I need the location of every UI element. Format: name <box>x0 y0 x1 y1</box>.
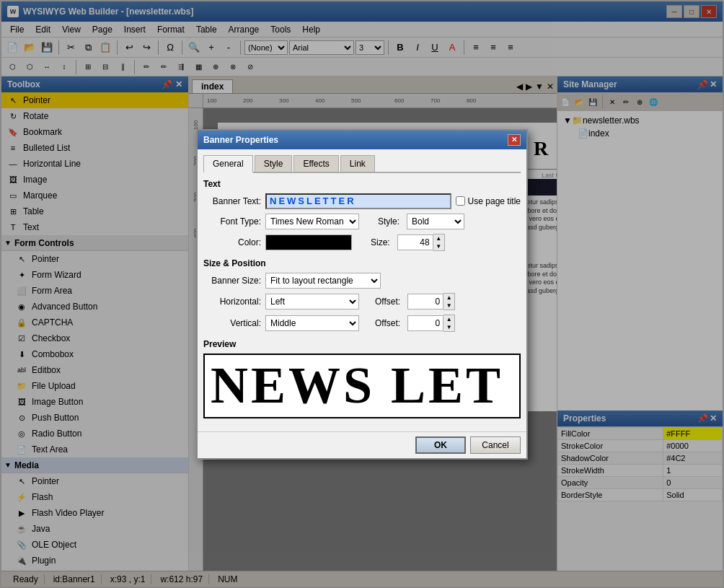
spin-up-h[interactable]: ▲ <box>443 294 454 302</box>
banner-size-row: Banner Size: Fit to layout rectangle Cus… <box>203 273 521 289</box>
banner-text-input[interactable] <box>265 193 451 209</box>
offset-v-spinner: ▲ ▼ <box>407 315 455 332</box>
banner-preview-text: NEWS LET <box>211 356 503 416</box>
offset-label-h: Offset: <box>375 297 400 307</box>
modal-overlay: Banner Properties ✕ General Style Effect… <box>1 1 723 587</box>
modal-tabs: General Style Effects Link <box>203 155 521 173</box>
horizontal-label: Horizontal: <box>203 297 261 307</box>
modal-tab-style[interactable]: Style <box>255 155 293 172</box>
spin-down-v[interactable]: ▼ <box>443 323 454 331</box>
banner-text-row: Banner Text: Use page title <box>203 193 521 209</box>
vertical-row: Vertical: Middle Top Bottom Offset: ▲ ▼ <box>203 315 521 332</box>
style-label-text: Style: <box>378 216 399 227</box>
spin-arrows-h: ▲ ▼ <box>443 293 455 310</box>
size-input[interactable] <box>397 234 433 250</box>
banner-text-label: Banner Text: <box>203 196 261 206</box>
ok-button[interactable]: OK <box>415 436 466 454</box>
use-page-title-label: Use page title <box>456 196 521 206</box>
horizontal-row: Horizontal: Left Center Right Offset: ▲ … <box>203 293 521 310</box>
modal-preview-title: Preview <box>203 339 521 349</box>
offset-v-input[interactable] <box>407 315 443 331</box>
modal-size-section: Size & Position Banner Size: Fit to layo… <box>203 258 521 332</box>
font-type-row: Font Type: Times New Roman Arial Verdana… <box>203 214 521 229</box>
modal-preview-section: Preview NEWS LET <box>203 339 521 418</box>
modal-tab-general[interactable]: General <box>203 155 253 173</box>
banner-properties-modal: Banner Properties ✕ General Style Effect… <box>196 129 528 460</box>
modal-size-title: Size & Position <box>203 258 521 268</box>
spin-down-h[interactable]: ▼ <box>443 302 454 310</box>
main-window: W WYSIWYG Web Builder - [newsletter.wbs]… <box>0 0 724 588</box>
vertical-select[interactable]: Middle Top Bottom <box>265 315 359 331</box>
spin-arrows: ▲ ▼ <box>433 234 445 251</box>
banner-size-label: Banner Size: <box>203 276 261 286</box>
color-row: Color: Size: ▲ ▼ <box>203 234 521 251</box>
spin-up-button[interactable]: ▲ <box>433 234 444 242</box>
modal-text-title: Text <box>203 179 521 189</box>
font-type-select[interactable]: Times New Roman Arial Verdana <box>265 214 359 229</box>
font-type-label: Font Type: <box>203 216 261 227</box>
use-page-title-text: Use page title <box>468 196 521 206</box>
offset-label-v: Offset: <box>375 318 400 328</box>
vertical-label: Vertical: <box>203 318 261 328</box>
modal-footer: OK Cancel <box>198 431 526 458</box>
spin-up-v[interactable]: ▲ <box>443 315 454 323</box>
modal-title-bar: Banner Properties ✕ <box>198 131 526 149</box>
modal-tab-link[interactable]: Link <box>340 155 375 172</box>
size-spinner: ▲ ▼ <box>397 234 445 251</box>
color-label-text: Color: <box>203 237 261 247</box>
banner-size-select[interactable]: Fit to layout rectangle Custom Full widt… <box>265 273 381 289</box>
modal-body: General Style Effects Link Text Banner T… <box>198 149 526 431</box>
modal-close-button[interactable]: ✕ <box>508 134 521 146</box>
modal-text-section: Text Banner Text: Use page title Font Ty… <box>203 179 521 251</box>
modal-title-text: Banner Properties <box>203 135 278 145</box>
modal-tab-effects[interactable]: Effects <box>293 155 338 172</box>
use-page-title-checkbox[interactable] <box>456 196 465 206</box>
cancel-button[interactable]: Cancel <box>470 436 521 454</box>
offset-h-input[interactable] <box>407 294 443 310</box>
banner-preview: NEWS LET <box>203 354 521 418</box>
horizontal-select[interactable]: Left Center Right <box>265 294 359 310</box>
spin-down-button[interactable]: ▼ <box>433 242 444 250</box>
size-label-text: Size: <box>371 237 390 247</box>
font-style-select[interactable]: Bold Regular Italic <box>407 214 464 229</box>
spin-arrows-v: ▲ ▼ <box>443 315 455 332</box>
offset-h-spinner: ▲ ▼ <box>407 293 455 310</box>
color-picker[interactable] <box>265 234 352 250</box>
